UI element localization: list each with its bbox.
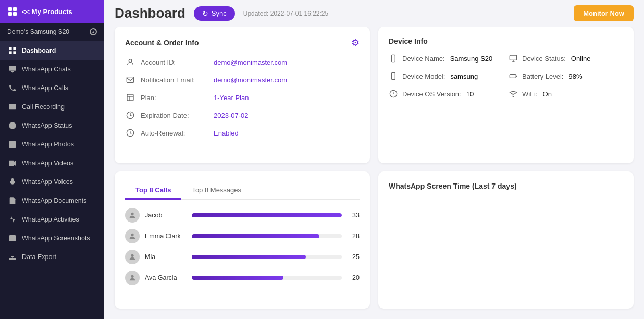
autorenewal-icon (125, 128, 135, 138)
account-id-row: Account ID: demo@monimaster.com (125, 57, 360, 67)
calls-chart-card: Top 8 Calls Top 8 Messages Jacob 33 (115, 171, 370, 309)
tab-top8-calls[interactable]: Top 8 Calls (125, 182, 181, 200)
nav-status-label: WhatsApp Status (22, 122, 72, 129)
nav-call-recording[interactable]: Call Recording (0, 97, 104, 116)
nav-export-label: Data Export (22, 253, 56, 261)
monitor-now-button[interactable]: Monitor Now (574, 5, 634, 21)
expiration-row: Expiration Date: 2023-07-02 (125, 110, 360, 120)
svg-point-28 (131, 212, 133, 215)
device-name-item: Device Name: Samsung S20 (389, 54, 503, 63)
plan-label: Plan: (141, 94, 208, 102)
status-icon (8, 121, 17, 130)
content-grid: Account & Order Info ⚙ Account ID: demo@… (104, 27, 644, 319)
bar-track-jacob (192, 213, 342, 217)
account-card-title: Account & Order Info (125, 39, 199, 47)
nav-whatsapp-documents[interactable]: WhatsApp Documents (0, 191, 104, 210)
expiration-icon (125, 110, 135, 120)
os-label-text: Device OS Version: (402, 90, 461, 98)
svg-rect-24 (392, 72, 395, 79)
nav-whatsapp-screenshots[interactable]: WhatsApp Screenshots (0, 229, 104, 248)
svg-rect-1 (13, 47, 16, 50)
svg-rect-13 (127, 77, 133, 83)
bar-name-mia: Mia (145, 253, 187, 261)
notification-email-row: Notification Email: demo@monimaster.com (125, 75, 360, 85)
bar-row-jacob: Jacob 33 (125, 208, 360, 223)
svg-rect-10 (9, 235, 16, 241)
bar-track-ava (192, 276, 342, 280)
avatar-emma (125, 229, 140, 243)
gear-settings-button[interactable]: ⚙ (351, 37, 360, 48)
chevron-up-icon: ▲ (90, 28, 97, 35)
expiration-label: Expiration Date: (141, 112, 208, 119)
svg-point-30 (131, 254, 133, 256)
nav-whatsapp-voices[interactable]: WhatsApp Voices (0, 173, 104, 191)
bar-count-ava: 20 (347, 274, 360, 281)
battery-value: 98% (569, 72, 583, 80)
svg-rect-0 (9, 47, 12, 50)
device-card-title: Device Info (389, 37, 428, 45)
bar-row-emma: Emma Clark 28 (125, 229, 360, 243)
screen-time-title: WhatsApp Screen Time (Last 7 days) (389, 182, 517, 190)
device-status-icon (509, 54, 518, 63)
bar-fill-jacob (192, 213, 342, 217)
nav-whatsapp-activities[interactable]: WhatsApp Activities (0, 210, 104, 229)
nav-data-export[interactable]: Data Export (0, 248, 104, 266)
nav-documents-label: WhatsApp Documents (22, 197, 86, 204)
device-section[interactable]: Demo's Samsung S20 ▲ (0, 23, 104, 41)
bar-track-emma (192, 234, 342, 238)
svg-point-5 (11, 106, 14, 108)
device-model-icon (389, 71, 398, 81)
notification-email-label: Notification Email: (141, 76, 208, 84)
bar-name-emma: Emma Clark (145, 232, 187, 240)
nav-voices-label: WhatsApp Voices (22, 178, 73, 186)
tab-top8-messages[interactable]: Top 8 Messages (181, 182, 252, 200)
bar-fill-mia (192, 255, 306, 259)
device-info-grid: Device Name: Samsung S20 Device Status: … (389, 54, 623, 99)
autorenewal-label: Auto-Renewal: (141, 129, 208, 137)
os-value: 10 (466, 90, 474, 98)
expiration-value: 2023-07-02 (214, 112, 249, 119)
documents-icon (8, 197, 17, 205)
device-name-label: Demo's Samsung S20 (7, 28, 69, 35)
page-title: Dashboard (115, 5, 185, 21)
topbar-left: Dashboard ↻ Sync Updated: 2022-07-01 16:… (115, 5, 328, 21)
calls-bar-list: Jacob 33 Emma Clark 28 (125, 208, 360, 285)
voices-icon (8, 178, 17, 186)
sync-button[interactable]: ↻ Sync (194, 6, 235, 21)
wifi-label-text: WiFi: (522, 90, 538, 98)
bar-count-emma: 28 (347, 232, 360, 240)
activities-icon (8, 215, 17, 224)
nav-chats-label: WhatsApp Chats (22, 66, 71, 73)
topbar: Dashboard ↻ Sync Updated: 2022-07-01 16:… (104, 0, 644, 27)
svg-rect-3 (13, 51, 16, 54)
updated-timestamp: Updated: 2022-07-01 16:22:25 (243, 10, 328, 17)
nav-whatsapp-chats[interactable]: WhatsApp Chats (0, 60, 104, 79)
battery-icon (509, 71, 518, 81)
nav-whatsapp-photos[interactable]: WhatsApp Photos (0, 135, 104, 154)
device-model-label-text: Device Model: (402, 72, 445, 80)
screen-time-header: WhatsApp Screen Time (Last 7 days) (389, 182, 623, 190)
battery-label-text: Battery Level: (522, 72, 564, 80)
nav-dashboard[interactable]: Dashboard (0, 41, 104, 60)
screen-time-card: WhatsApp Screen Time (Last 7 days) (378, 171, 634, 309)
autorenewal-value: Enabled (214, 129, 239, 137)
bar-row-mia: Mia 25 (125, 250, 360, 264)
svg-point-12 (129, 59, 131, 62)
svg-rect-9 (9, 161, 14, 166)
sidebar-header[interactable]: << My Products (0, 0, 104, 23)
sidebar: << My Products Demo's Samsung S20 ▲ Dash… (0, 0, 104, 319)
dashboard-icon (8, 46, 17, 55)
account-id-label: Account ID: (141, 58, 208, 66)
bar-count-mia: 25 (347, 253, 360, 261)
nav-whatsapp-videos[interactable]: WhatsApp Videos (0, 154, 104, 173)
sidebar-header-label: << My Products (22, 8, 72, 16)
bar-name-ava: Ava Garcia (145, 274, 187, 281)
os-icon (389, 89, 398, 99)
nav-videos-label: WhatsApp Videos (22, 160, 73, 167)
nav-whatsapp-calls[interactable]: WhatsApp Calls (0, 79, 104, 97)
sync-icon: ↻ (202, 9, 208, 18)
notification-email-value: demo@monimaster.com (214, 76, 287, 84)
device-model-item: Device Model: samsung (389, 71, 503, 81)
svg-rect-14 (127, 94, 133, 101)
nav-whatsapp-status[interactable]: WhatsApp Status (0, 116, 104, 135)
